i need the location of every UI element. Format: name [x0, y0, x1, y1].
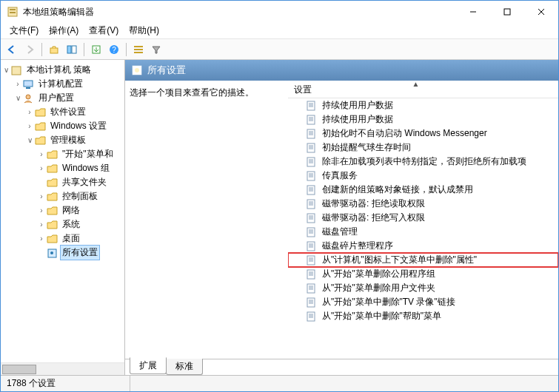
settings-row-label: 从"计算机"图标上下文菜单中删除"属性"	[322, 254, 477, 266]
twisty-icon[interactable]: ›	[36, 206, 47, 214]
menu-file[interactable]: 文件(F)	[5, 23, 43, 38]
twisty-icon[interactable]: ›	[36, 192, 47, 200]
folder-icon	[47, 206, 58, 216]
up-level-button[interactable]	[46, 41, 62, 58]
settings-list[interactable]: 持续使用用户数据持续使用用户数据初始化时不自动启动 Windows Messen…	[288, 98, 558, 359]
tree-windows-components[interactable]: ›Windows 组	[36, 161, 124, 175]
twisty-icon[interactable]: ›	[36, 220, 47, 229]
detail-header: 所有设置	[125, 60, 558, 81]
export-list-button[interactable]	[88, 41, 104, 58]
settings-row-label: 磁盘碎片整理程序	[322, 240, 393, 252]
svg-rect-1	[10, 9, 16, 10]
tree-start-menu[interactable]: ›"开始"菜单和	[36, 147, 124, 161]
settings-row[interactable]: 磁盘管理	[288, 225, 558, 239]
tree-scroll[interactable]: ∨ 本地计算机 策略 › 计算机配置	[1, 60, 124, 362]
scroll-thumb[interactable]	[2, 365, 36, 374]
twisty-icon[interactable]: ›	[36, 164, 47, 172]
settings-row[interactable]: 从"开始"菜单中删除"TV 录像"链接	[288, 295, 558, 309]
tree-all-settings[interactable]: 所有设置	[36, 246, 124, 260]
tab-extended[interactable]: 扩展	[130, 357, 167, 374]
twisty-icon[interactable]: ›	[13, 80, 23, 88]
settings-icon	[131, 64, 143, 76]
tree-network[interactable]: ›网络	[36, 203, 124, 217]
toolbar: ?	[1, 39, 558, 60]
folder-icon	[47, 163, 58, 174]
tree-software-settings[interactable]: ›软件设置	[24, 105, 124, 119]
settings-row[interactable]: 从"计算机"图标上下文菜单中删除"属性"	[288, 253, 558, 267]
toolbar-separator	[84, 43, 84, 56]
settings-row[interactable]: 除非在加载项列表中特别指定，否则拒绝所有加载项	[288, 155, 558, 169]
menu-action[interactable]: 操作(A)	[44, 23, 83, 38]
tree-windows-settings[interactable]: ›Windows 设置	[24, 119, 124, 133]
settings-row[interactable]: 持续使用用户数据	[288, 98, 558, 112]
gpedit-window: 本地组策略编辑器 文件(F) 操作(A) 查看(V) 帮助(H) ?	[0, 0, 559, 392]
folder-icon	[47, 220, 58, 230]
settings-row[interactable]: 创建新的组策略对象链接，默认成禁用	[288, 183, 558, 197]
nav-forward-button[interactable]	[21, 41, 38, 58]
tab-standard[interactable]: 标准	[166, 359, 203, 375]
menu-help[interactable]: 帮助(H)	[124, 23, 164, 38]
svg-rect-72	[307, 270, 315, 279]
svg-point-21	[50, 251, 53, 254]
tree-desktop[interactable]: ›桌面	[36, 232, 124, 246]
settings-row[interactable]: 磁盘碎片整理程序	[288, 239, 558, 253]
svg-rect-44	[307, 172, 315, 180]
policy-item-icon	[306, 115, 318, 125]
show-hide-tree-button[interactable]	[64, 41, 80, 58]
settings-row[interactable]: 从"开始"菜单删除公用程序组	[288, 267, 558, 281]
twisty-icon[interactable]: ›	[36, 234, 47, 243]
svg-rect-32	[307, 129, 315, 138]
settings-row-label: 从"开始"菜单删除用户文件夹	[322, 282, 435, 294]
tree-horizontal-scrollbar[interactable]	[1, 362, 124, 375]
twisty-icon[interactable]: ›	[24, 108, 35, 116]
twisty-icon[interactable]: ∨	[13, 94, 23, 102]
tree-label: 计算机配置	[37, 77, 84, 91]
column-settings[interactable]: 设置 ▲	[288, 81, 543, 98]
svg-rect-36	[307, 143, 315, 152]
titlebar[interactable]: 本地组策略编辑器	[1, 1, 558, 23]
twisty-icon[interactable]: ∨	[24, 136, 35, 144]
tree-admin-templates[interactable]: ∨管理模板	[24, 133, 124, 147]
nav-back-button[interactable]	[4, 41, 20, 58]
svg-rect-7	[50, 48, 58, 53]
policy-item-icon	[306, 213, 318, 223]
details-view-button[interactable]	[130, 41, 147, 58]
list-header: 设置 ▲	[288, 82, 558, 98]
filter-button[interactable]	[148, 41, 164, 58]
tree-computer-config[interactable]: › 计算机配置	[13, 77, 124, 91]
tree-system[interactable]: ›系统	[36, 217, 124, 232]
minimize-button[interactable]	[456, 1, 490, 23]
settings-row[interactable]: 传真服务	[288, 169, 558, 183]
twisty-icon[interactable]: ›	[24, 122, 35, 130]
maximize-button[interactable]	[490, 1, 524, 23]
svg-rect-13	[134, 46, 143, 47]
menu-view[interactable]: 查看(V)	[84, 23, 123, 38]
settings-row-label: 持续使用用户数据	[322, 99, 393, 112]
svg-rect-18	[26, 87, 30, 89]
tree-control-panel[interactable]: ›控制面板	[36, 189, 124, 203]
tree-shared-folders[interactable]: 共享文件夹	[36, 175, 124, 189]
settings-row[interactable]: 持续使用用户数据	[288, 112, 558, 126]
tree-root[interactable]: ∨ 本地计算机 策略	[1, 63, 124, 77]
detail-header-title: 所有设置	[147, 64, 186, 77]
folder-icon	[47, 234, 58, 244]
twisty-icon[interactable]: ∨	[1, 66, 11, 74]
settings-row-label: 从"开始"菜单中删除"TV 录像"链接	[322, 296, 455, 308]
tree-user-config[interactable]: ∨ 用户配置	[13, 91, 124, 105]
settings-row[interactable]: 磁带驱动器: 拒绝写入权限	[288, 211, 558, 225]
settings-row-label: 创建新的组策略对象链接，默认成禁用	[322, 183, 473, 196]
svg-rect-68	[307, 256, 315, 265]
help-button[interactable]: ?	[106, 41, 122, 58]
tree-label: 网络	[61, 203, 81, 217]
settings-row[interactable]: 初始提醒气球生存时间	[288, 141, 558, 155]
settings-row[interactable]: 从"开始"菜单中删除"帮助"菜单	[288, 309, 558, 323]
settings-row[interactable]: 从"开始"菜单删除用户文件夹	[288, 281, 558, 295]
column-label: 设置	[294, 84, 312, 95]
svg-rect-76	[307, 284, 315, 293]
settings-row[interactable]: 初始化时不自动启动 Windows Messenger	[288, 126, 558, 141]
policy-item-icon	[306, 143, 318, 153]
twisty-icon[interactable]: ›	[36, 150, 47, 158]
settings-row[interactable]: 磁带驱动器: 拒绝读取权限	[288, 197, 558, 211]
policy-item-icon	[306, 199, 318, 209]
close-button[interactable]	[524, 1, 558, 23]
